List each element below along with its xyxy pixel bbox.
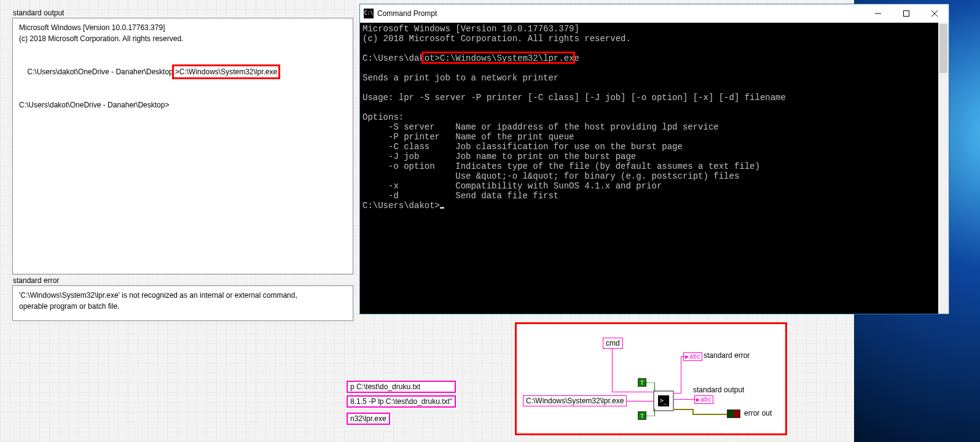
stdout-line-3: C:\Users\dakot\OneDrive - Danaher\Deskto… bbox=[19, 55, 347, 88]
stdout-line-2: (c) 2018 Microsoft Corporation. All righ… bbox=[19, 33, 347, 44]
maximize-button[interactable] bbox=[892, 4, 920, 23]
boolean-true-1: T bbox=[638, 378, 646, 387]
error-out-terminal bbox=[727, 409, 740, 418]
svg-rect-1 bbox=[904, 11, 909, 17]
stderr-line-1: 'C:\Windows\System32\lpr.exe' is not rec… bbox=[19, 290, 347, 301]
stderr-line-2: operable program or batch file. bbox=[19, 301, 347, 312]
cursor bbox=[440, 207, 444, 209]
stdout-line-4: C:\Users\dakot\OneDrive - Danaher\Deskto… bbox=[19, 99, 347, 110]
error-out-label: error out bbox=[744, 409, 772, 417]
standard-output-title: standard output bbox=[13, 7, 64, 18]
cmd-scrollbar-thumb[interactable] bbox=[939, 24, 947, 73]
stderr-label: standard error bbox=[704, 351, 750, 360]
system-exec-node: >_ bbox=[653, 390, 674, 411]
minimize-button[interactable] bbox=[864, 4, 892, 23]
cmd-titlebar[interactable]: C:\ Command Prompt bbox=[360, 4, 949, 23]
snippet-2: 8.1.5 -P lp C:\test\do_druku.txt" bbox=[347, 395, 456, 408]
standard-error-panel: standard error 'C:\Windows\System32\lpr.… bbox=[12, 285, 353, 321]
cmd-output-text: Microsoft Windows [Version 10.0.17763.37… bbox=[363, 24, 786, 211]
cmd-body[interactable]: Microsoft Windows [Version 10.0.17763.37… bbox=[360, 23, 949, 314]
cmd-constant: cmd bbox=[603, 338, 623, 349]
stdout-terminal: ▶abc bbox=[694, 395, 713, 404]
command-prompt-window[interactable]: C:\ Command Prompt Microsoft Windows [Ve… bbox=[359, 4, 949, 314]
stdout-red-highlight: >C:\Windows\System32\lpr.exe bbox=[172, 64, 280, 79]
cmd-scrollbar[interactable] bbox=[938, 23, 949, 314]
close-button[interactable] bbox=[920, 4, 949, 23]
stdout-label: standard output bbox=[693, 386, 744, 394]
stderr-terminal: ▶abc bbox=[683, 352, 702, 361]
snippet-1: p C:\test\do_druku.txt bbox=[347, 381, 456, 393]
stdout-line-1: Microsoft Windows [Version 10.0.17763.37… bbox=[19, 22, 347, 33]
labview-block-diagram: cmd C:\Windows\System32\lpr.exe >_ T T ▶… bbox=[515, 322, 787, 435]
snippet-3: n32\lpr.exe bbox=[347, 413, 390, 425]
standard-error-title: standard error bbox=[13, 275, 59, 286]
cmd-title: Command Prompt bbox=[377, 9, 864, 18]
string-constant: C:\Windows\System32\lpr.exe bbox=[523, 395, 627, 406]
standard-output-panel: standard output Microsoft Windows [Versi… bbox=[12, 18, 353, 274]
cmd-icon: C:\ bbox=[364, 9, 374, 18]
boolean-true-2: T bbox=[638, 411, 646, 420]
